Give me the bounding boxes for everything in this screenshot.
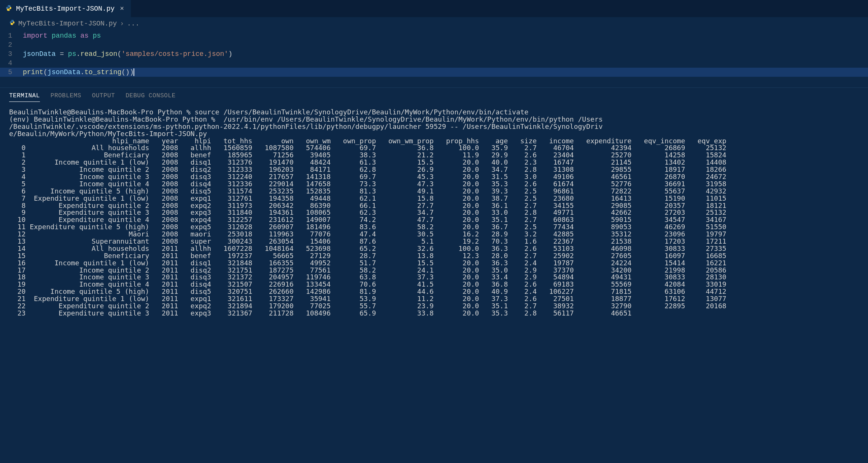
tab-debug-console[interactable]: DEBUG CONSOLE <box>126 92 175 102</box>
code-line: 3 jsonData = ps.read_json('samples/costs… <box>0 49 868 59</box>
code-line: 4 <box>0 59 868 68</box>
breadcrumb-file[interactable]: MyTecBits-Import-JSON.py <box>18 20 117 27</box>
code-line: 5 print(jsonData.to_string()) <box>0 68 868 77</box>
file-tab[interactable]: MyTecBits-Import-JSON.py × <box>0 0 131 17</box>
close-icon[interactable]: × <box>118 4 126 13</box>
breadcrumb: MyTecBits-Import-JSON.py › ... <box>0 17 868 30</box>
breadcrumb-trail[interactable]: ... <box>127 20 139 27</box>
tab-output[interactable]: OUTPUT <box>92 92 115 102</box>
tab-bar: MyTecBits-Import-JSON.py × <box>0 0 868 17</box>
text-cursor <box>134 68 134 76</box>
line-number: 1 <box>0 32 23 40</box>
tab-title: MyTecBits-Import-JSON.py <box>16 5 114 13</box>
python-icon <box>9 19 15 27</box>
line-number: 3 <box>0 50 23 58</box>
code-line: 2 <box>0 40 868 49</box>
tab-problems[interactable]: PROBLEMS <box>51 92 81 102</box>
code-editor[interactable]: 1 import pandas as ps 2 3 jsonData = ps.… <box>0 30 868 78</box>
line-number: 4 <box>0 59 23 67</box>
tab-terminal[interactable]: TERMINAL <box>9 92 40 102</box>
terminal-output[interactable]: BeaulinTwinkle@Beaulins-MacBook-Pro Pyth… <box>0 106 868 320</box>
code-line: 1 import pandas as ps <box>0 31 868 40</box>
line-number: 5 <box>0 68 23 76</box>
panel-tabs: TERMINAL PROBLEMS OUTPUT DEBUG CONSOLE <box>0 88 868 106</box>
chevron-right-icon: › <box>120 20 124 27</box>
line-number: 2 <box>0 41 23 49</box>
python-icon <box>5 5 12 13</box>
